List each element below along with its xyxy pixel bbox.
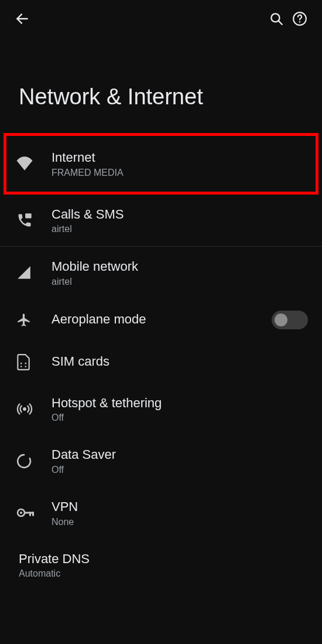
search-button[interactable] <box>265 7 288 30</box>
help-icon <box>292 11 307 26</box>
wifi-icon <box>16 156 33 171</box>
item-internet[interactable]: Internet FRAMED MEDIA <box>0 133 322 195</box>
item-hotspot[interactable]: Hotspot & tethering Off <box>0 383 322 435</box>
hotspot-icon <box>16 401 33 417</box>
item-label: SIM cards <box>52 353 308 370</box>
svg-point-6 <box>20 363 22 364</box>
item-sub: Off <box>52 413 308 423</box>
page-title: Network & Internet <box>0 38 322 133</box>
data-saver-icon <box>16 454 32 469</box>
svg-rect-14 <box>29 512 31 516</box>
svg-point-8 <box>25 363 26 364</box>
back-button[interactable] <box>11 7 34 30</box>
item-sub: None <box>52 517 308 527</box>
svg-rect-15 <box>32 512 34 516</box>
item-sim-cards[interactable]: SIM cards <box>0 341 322 383</box>
item-calls-sms[interactable]: Calls & SMS airtel <box>0 195 322 247</box>
item-private-dns[interactable]: Private DNS Automatic <box>0 539 322 591</box>
item-label: Data Saver <box>52 447 308 464</box>
phone-sms-icon <box>16 212 33 229</box>
top-bar <box>0 0 322 38</box>
svg-point-7 <box>20 366 22 367</box>
svg-point-10 <box>23 407 26 411</box>
item-label: Internet <box>52 149 308 166</box>
airplane-icon <box>16 312 32 328</box>
aeroplane-mode-switch[interactable] <box>272 311 308 329</box>
item-label: Calls & SMS <box>52 206 308 223</box>
sim-icon <box>16 354 30 370</box>
svg-point-9 <box>25 366 26 367</box>
svg-point-12 <box>20 512 22 514</box>
svg-line-2 <box>278 21 282 24</box>
item-sub: Automatic <box>19 568 308 579</box>
item-aeroplane-mode[interactable]: Aeroplane mode <box>0 299 322 341</box>
vpn-key-icon <box>16 507 35 519</box>
item-data-saver[interactable]: Data Saver Off <box>0 435 322 487</box>
item-label: VPN <box>52 499 308 516</box>
item-vpn[interactable]: VPN None <box>0 487 322 539</box>
settings-list: Internet FRAMED MEDIA Calls & SMS airtel… <box>0 133 322 591</box>
svg-rect-5 <box>25 213 31 218</box>
item-sub: airtel <box>52 224 308 234</box>
signal-icon <box>16 265 32 280</box>
item-sub: FRAMED MEDIA <box>52 168 308 178</box>
item-sub: Off <box>52 465 308 475</box>
svg-point-4 <box>299 21 300 22</box>
item-label: Private DNS <box>19 551 308 568</box>
search-icon <box>269 11 284 26</box>
back-arrow-icon <box>15 11 30 26</box>
item-mobile-network[interactable]: Mobile network airtel <box>0 247 322 299</box>
item-label: Hotspot & tethering <box>52 395 308 412</box>
item-label: Aeroplane mode <box>52 311 272 328</box>
item-sub: airtel <box>52 277 308 287</box>
item-label: Mobile network <box>52 258 308 275</box>
help-button[interactable] <box>288 7 311 30</box>
